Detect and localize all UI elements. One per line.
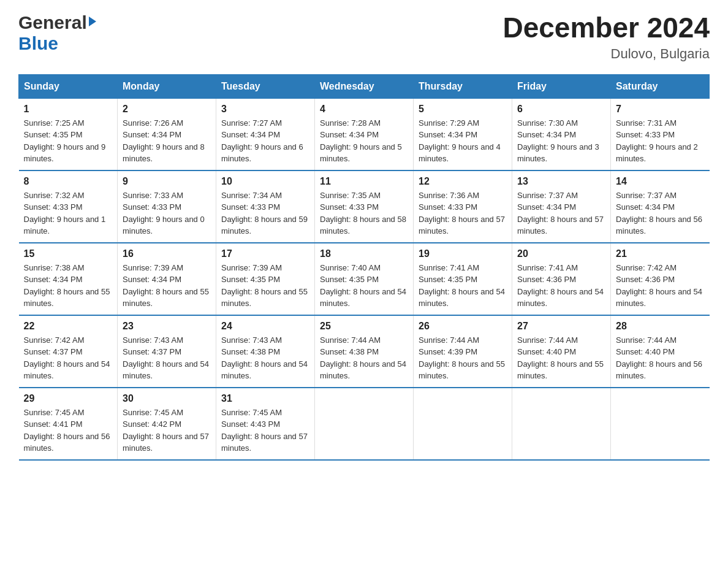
- logo-arrow-icon: [89, 17, 96, 26]
- table-row: 4 Sunrise: 7:28 AMSunset: 4:34 PMDayligh…: [315, 98, 414, 170]
- table-row: 12 Sunrise: 7:36 AMSunset: 4:33 PMDaylig…: [414, 170, 512, 243]
- day-number: 6: [517, 104, 605, 115]
- table-row: 2 Sunrise: 7:26 AMSunset: 4:34 PMDayligh…: [118, 98, 216, 170]
- header-thursday: Thursday: [414, 74, 512, 98]
- day-info: Sunrise: 7:44 AMSunset: 4:40 PMDaylight:…: [616, 335, 702, 381]
- table-row: 3 Sunrise: 7:27 AMSunset: 4:34 PMDayligh…: [216, 98, 315, 170]
- day-number: 5: [419, 104, 507, 115]
- table-row: 17 Sunrise: 7:39 AMSunset: 4:35 PMDaylig…: [216, 243, 315, 315]
- table-row: 13 Sunrise: 7:37 AMSunset: 4:34 PMDaylig…: [512, 170, 611, 243]
- day-info: Sunrise: 7:29 AMSunset: 4:34 PMDaylight:…: [419, 118, 501, 164]
- calendar-week-row: 8 Sunrise: 7:32 AMSunset: 4:33 PMDayligh…: [19, 170, 710, 243]
- table-row: 16 Sunrise: 7:39 AMSunset: 4:34 PMDaylig…: [118, 243, 216, 315]
- day-number: 8: [24, 176, 113, 187]
- day-number: 7: [616, 104, 705, 115]
- day-number: 16: [123, 248, 211, 259]
- day-number: 29: [24, 393, 113, 404]
- location-subtitle: Dulovo, Bulgaria: [502, 46, 710, 62]
- table-row: [315, 388, 414, 460]
- day-info: Sunrise: 7:28 AMSunset: 4:34 PMDaylight:…: [320, 118, 402, 164]
- day-number: 15: [24, 248, 113, 259]
- day-info: Sunrise: 7:39 AMSunset: 4:35 PMDaylight:…: [221, 263, 308, 308]
- day-number: 25: [320, 321, 408, 332]
- table-row: 7 Sunrise: 7:31 AMSunset: 4:33 PMDayligh…: [611, 98, 710, 170]
- day-number: 31: [221, 393, 309, 404]
- day-info: Sunrise: 7:26 AMSunset: 4:34 PMDaylight:…: [123, 118, 205, 164]
- day-number: 24: [221, 321, 309, 332]
- day-number: 23: [123, 321, 211, 332]
- page-header: General Blue December 2024 Dulovo, Bulga…: [18, 12, 710, 62]
- logo-blue-text: Blue: [18, 33, 58, 54]
- day-number: 22: [24, 321, 113, 332]
- day-number: 17: [221, 248, 309, 259]
- day-info: Sunrise: 7:34 AMSunset: 4:33 PMDaylight:…: [221, 191, 308, 236]
- header-wednesday: Wednesday: [315, 74, 414, 98]
- header-friday: Friday: [512, 74, 611, 98]
- day-info: Sunrise: 7:36 AMSunset: 4:33 PMDaylight:…: [419, 191, 505, 236]
- day-info: Sunrise: 7:33 AMSunset: 4:33 PMDaylight:…: [123, 191, 205, 236]
- day-info: Sunrise: 7:42 AMSunset: 4:37 PMDaylight:…: [24, 335, 110, 381]
- day-number: 2: [123, 104, 211, 115]
- table-row: 8 Sunrise: 7:32 AMSunset: 4:33 PMDayligh…: [19, 170, 118, 243]
- table-row: 24 Sunrise: 7:43 AMSunset: 4:38 PMDaylig…: [216, 315, 315, 388]
- day-number: 9: [123, 176, 211, 187]
- day-number: 21: [616, 248, 705, 259]
- calendar-week-row: 1 Sunrise: 7:25 AMSunset: 4:35 PMDayligh…: [19, 98, 710, 170]
- day-info: Sunrise: 7:45 AMSunset: 4:43 PMDaylight:…: [221, 408, 308, 453]
- day-info: Sunrise: 7:37 AMSunset: 4:34 PMDaylight:…: [616, 191, 702, 236]
- day-info: Sunrise: 7:27 AMSunset: 4:34 PMDaylight:…: [221, 118, 303, 164]
- day-info: Sunrise: 7:39 AMSunset: 4:34 PMDaylight:…: [123, 263, 209, 308]
- day-number: 3: [221, 104, 309, 115]
- table-row: 18 Sunrise: 7:40 AMSunset: 4:35 PMDaylig…: [315, 243, 414, 315]
- day-info: Sunrise: 7:45 AMSunset: 4:41 PMDaylight:…: [24, 408, 110, 453]
- table-row: [414, 388, 512, 460]
- table-row: 1 Sunrise: 7:25 AMSunset: 4:35 PMDayligh…: [19, 98, 118, 170]
- day-info: Sunrise: 7:44 AMSunset: 4:38 PMDaylight:…: [320, 335, 406, 381]
- table-row: 21 Sunrise: 7:42 AMSunset: 4:36 PMDaylig…: [611, 243, 710, 315]
- day-info: Sunrise: 7:30 AMSunset: 4:34 PMDaylight:…: [517, 118, 599, 164]
- day-info: Sunrise: 7:31 AMSunset: 4:33 PMDaylight:…: [616, 118, 698, 164]
- day-info: Sunrise: 7:35 AMSunset: 4:33 PMDaylight:…: [320, 191, 406, 236]
- day-info: Sunrise: 7:43 AMSunset: 4:38 PMDaylight:…: [221, 335, 308, 381]
- table-row: 30 Sunrise: 7:45 AMSunset: 4:42 PMDaylig…: [118, 388, 216, 460]
- table-row: 27 Sunrise: 7:44 AMSunset: 4:40 PMDaylig…: [512, 315, 611, 388]
- day-number: 28: [616, 321, 705, 332]
- table-row: 5 Sunrise: 7:29 AMSunset: 4:34 PMDayligh…: [414, 98, 512, 170]
- day-info: Sunrise: 7:37 AMSunset: 4:34 PMDaylight:…: [517, 191, 604, 236]
- logo-general-text: General: [18, 12, 87, 33]
- day-info: Sunrise: 7:25 AMSunset: 4:35 PMDaylight:…: [24, 118, 106, 164]
- day-number: 20: [517, 248, 605, 259]
- table-row: 26 Sunrise: 7:44 AMSunset: 4:39 PMDaylig…: [414, 315, 512, 388]
- day-info: Sunrise: 7:44 AMSunset: 4:40 PMDaylight:…: [517, 335, 604, 381]
- day-number: 10: [221, 176, 309, 187]
- day-number: 26: [419, 321, 507, 332]
- table-row: [512, 388, 611, 460]
- calendar-table: Sunday Monday Tuesday Wednesday Thursday…: [18, 74, 710, 461]
- logo: General Blue: [18, 12, 96, 54]
- table-row: 22 Sunrise: 7:42 AMSunset: 4:37 PMDaylig…: [19, 315, 118, 388]
- header-monday: Monday: [118, 74, 216, 98]
- calendar-week-row: 22 Sunrise: 7:42 AMSunset: 4:37 PMDaylig…: [19, 315, 710, 388]
- day-number: 1: [24, 104, 113, 115]
- header-tuesday: Tuesday: [216, 74, 315, 98]
- header-saturday: Saturday: [611, 74, 710, 98]
- day-info: Sunrise: 7:43 AMSunset: 4:37 PMDaylight:…: [123, 335, 209, 381]
- day-number: 14: [616, 176, 705, 187]
- table-row: [611, 388, 710, 460]
- day-number: 12: [419, 176, 507, 187]
- day-info: Sunrise: 7:42 AMSunset: 4:36 PMDaylight:…: [616, 263, 702, 308]
- day-number: 11: [320, 176, 408, 187]
- table-row: 29 Sunrise: 7:45 AMSunset: 4:41 PMDaylig…: [19, 388, 118, 460]
- table-row: 6 Sunrise: 7:30 AMSunset: 4:34 PMDayligh…: [512, 98, 611, 170]
- day-info: Sunrise: 7:44 AMSunset: 4:39 PMDaylight:…: [419, 335, 505, 381]
- title-block: December 2024 Dulovo, Bulgaria: [502, 12, 710, 62]
- calendar-header-row: Sunday Monday Tuesday Wednesday Thursday…: [19, 74, 710, 98]
- calendar-week-row: 29 Sunrise: 7:45 AMSunset: 4:41 PMDaylig…: [19, 388, 710, 460]
- day-number: 13: [517, 176, 605, 187]
- table-row: 28 Sunrise: 7:44 AMSunset: 4:40 PMDaylig…: [611, 315, 710, 388]
- day-info: Sunrise: 7:41 AMSunset: 4:36 PMDaylight:…: [517, 263, 604, 308]
- day-number: 30: [123, 393, 211, 404]
- table-row: 14 Sunrise: 7:37 AMSunset: 4:34 PMDaylig…: [611, 170, 710, 243]
- day-number: 4: [320, 104, 408, 115]
- table-row: 10 Sunrise: 7:34 AMSunset: 4:33 PMDaylig…: [216, 170, 315, 243]
